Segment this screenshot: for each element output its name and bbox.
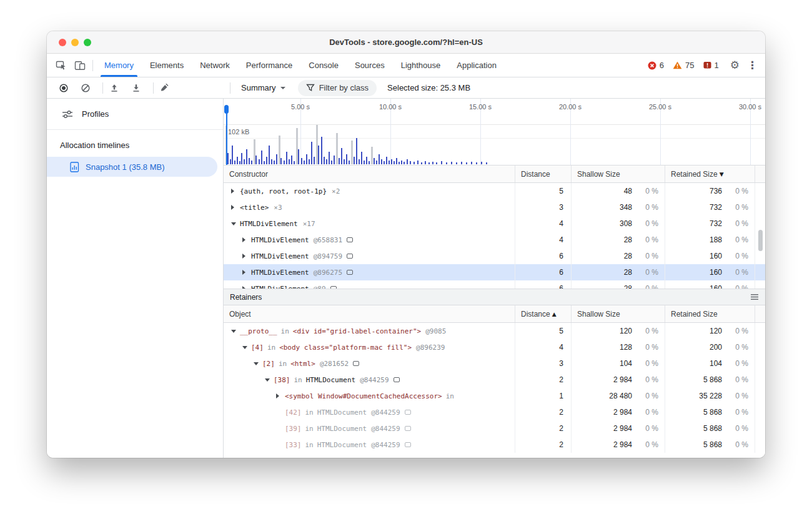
- reveal-node-icon[interactable]: [347, 254, 353, 259]
- reveal-node-icon[interactable]: [394, 377, 400, 382]
- more-options-kebab-icon[interactable]: ⋮: [747, 60, 758, 71]
- chevron-down-icon[interactable]: [242, 346, 247, 349]
- reveal-node-icon[interactable]: [405, 410, 411, 415]
- console-warnings-badge[interactable]: 75: [673, 61, 694, 70]
- clear-profiles-button[interactable]: [77, 80, 94, 96]
- reveal-node-icon[interactable]: [353, 361, 359, 366]
- perspective-select[interactable]: Summary: [241, 83, 285, 92]
- zoom-window-button[interactable]: [84, 39, 91, 46]
- reveal-node-icon[interactable]: [405, 426, 411, 431]
- timeline-bar: [271, 159, 272, 164]
- constructor-row[interactable]: <title>×333480 %7320 %: [224, 199, 765, 215]
- chevron-right-icon[interactable]: [242, 254, 245, 259]
- expand-toggle[interactable]: [231, 205, 240, 210]
- chevron-right-icon[interactable]: [231, 189, 234, 194]
- constructor-row[interactable]: HTMLDivElement@6588314280 %1880 %: [224, 232, 765, 248]
- tab-elements[interactable]: Elements: [142, 54, 192, 77]
- sort-asc-icon: ▲: [552, 311, 557, 317]
- retainer-row[interactable]: [38]inHTMLDocument@84425922 9840 %5 8680…: [224, 372, 765, 388]
- selection-handle-line[interactable]: [226, 106, 227, 165]
- tree-cell: [33]inHTMLDocument@844259: [224, 437, 515, 453]
- reveal-node-icon[interactable]: [347, 237, 353, 242]
- size-percent: 0 %: [726, 408, 755, 417]
- chevron-right-icon[interactable]: [231, 205, 234, 210]
- chevron-right-icon[interactable]: [242, 237, 245, 242]
- expand-toggle[interactable]: [242, 254, 251, 259]
- expand-toggle[interactable]: [265, 378, 274, 382]
- retainer-row[interactable]: [39]inHTMLDocument@84425922 9840 %5 8680…: [224, 420, 765, 437]
- timeline-bar: [381, 159, 382, 164]
- retaining-edge-name: [4]: [251, 344, 264, 352]
- inspect-element-button[interactable]: [52, 57, 71, 74]
- tab-sources[interactable]: Sources: [347, 54, 393, 77]
- tab-memory[interactable]: Memory: [96, 54, 142, 77]
- tab-application[interactable]: Application: [448, 54, 505, 77]
- expand-toggle[interactable]: [242, 270, 251, 275]
- minimize-window-button[interactable]: [71, 39, 79, 46]
- size-percent: 0 %: [726, 203, 755, 212]
- expand-toggle[interactable]: [242, 237, 251, 242]
- constructor-row[interactable]: HTMLDivElement@8962756280 %1600 %: [224, 264, 765, 280]
- close-window-button[interactable]: [59, 39, 66, 46]
- distance-column-header[interactable]: Distance: [515, 166, 571, 182]
- retainer-row[interactable]: __proto__in<div id="grid-label-container…: [224, 323, 765, 339]
- save-profile-button[interactable]: [128, 80, 144, 96]
- vertical-scrollbar-thumb[interactable]: [758, 230, 763, 251]
- chevron-down-icon[interactable]: [231, 330, 236, 333]
- chevron-right-icon[interactable]: [242, 286, 245, 289]
- retainer-row[interactable]: [33]inHTMLDocument@84425922 9840 %5 8680…: [224, 437, 765, 453]
- size-cell: 2 9840 %: [571, 372, 665, 388]
- retainer-row[interactable]: [4]in<body class="platform-mac fill">@89…: [224, 339, 765, 355]
- class-filter-input[interactable]: Filter by class: [298, 80, 377, 96]
- tab-lighthouse[interactable]: Lighthouse: [393, 54, 449, 77]
- retainer-row[interactable]: [42]inHTMLDocument@84425922 9840 %5 8680…: [224, 404, 765, 420]
- retainer-row[interactable]: [2]in<html>@28165231040 %1040 %: [224, 355, 765, 372]
- retainers-retained-column-header[interactable]: Retained Size: [665, 305, 755, 322]
- sidebar-item-snapshot-1[interactable]: Snapshot 1 (35.8 MB): [47, 157, 217, 177]
- issue-count: 1: [715, 61, 719, 70]
- object-column-header[interactable]: Object: [224, 305, 515, 322]
- constructor-row[interactable]: HTMLDivElement×1743080 %7320 %: [224, 215, 765, 232]
- retained-size-column-header[interactable]: Retained Size ▼: [665, 166, 755, 182]
- tab-network[interactable]: Network: [192, 54, 238, 77]
- constructor-column-header[interactable]: Constructor: [224, 166, 515, 182]
- reveal-node-icon[interactable]: [330, 286, 337, 289]
- retainer-row[interactable]: <symbol Window#DocumentCachedAccessor>in…: [224, 388, 765, 404]
- retaining-object-name: <html>: [290, 360, 315, 368]
- expand-toggle[interactable]: [254, 362, 262, 365]
- constructor-row[interactable]: HTMLDivElement@896280 %1600 %: [224, 280, 765, 289]
- chevron-down-icon[interactable]: [231, 222, 236, 225]
- timeline-bar: [259, 159, 260, 164]
- tab-performance[interactable]: Performance: [238, 54, 300, 77]
- issues-badge[interactable]: 1: [703, 61, 719, 70]
- chevron-right-icon[interactable]: [242, 270, 245, 275]
- expand-toggle[interactable]: [276, 393, 285, 398]
- retainers-menu-icon[interactable]: [750, 294, 759, 300]
- settings-gear-icon[interactable]: ⚙: [730, 60, 740, 71]
- constructor-row[interactable]: {auth, root, root-1p}×25480 %7360 %: [224, 183, 765, 199]
- chevron-down-icon[interactable]: [265, 378, 270, 382]
- expand-toggle[interactable]: [242, 286, 251, 289]
- expand-toggle[interactable]: [242, 346, 251, 349]
- expand-toggle[interactable]: [231, 222, 240, 225]
- console-errors-badge[interactable]: 6: [648, 61, 664, 70]
- chevron-down-icon[interactable]: [254, 362, 259, 365]
- chevron-right-icon[interactable]: [276, 393, 279, 398]
- tab-console[interactable]: Console: [300, 54, 347, 77]
- expand-toggle[interactable]: [231, 189, 240, 194]
- shallow-size-column-header[interactable]: Shallow Size: [571, 166, 665, 182]
- device-toolbar-button[interactable]: [71, 57, 89, 74]
- constructor-row[interactable]: HTMLDivElement@8947596280 %1600 %: [224, 248, 765, 264]
- retainers-shallow-column-header[interactable]: Shallow Size: [571, 305, 665, 322]
- allocation-timeline-overview[interactable]: 102 kB 5.00 s10.00 s15.00 s20.00 s25.00 …: [224, 99, 765, 166]
- load-profile-button[interactable]: [106, 80, 122, 96]
- reveal-node-icon[interactable]: [347, 270, 353, 275]
- retainers-distance-column-header[interactable]: Distance ▲: [515, 305, 571, 322]
- distance-value: 5: [515, 183, 571, 199]
- garbage-collect-button[interactable]: [157, 80, 173, 96]
- reveal-node-icon[interactable]: [405, 442, 411, 447]
- record-heap-button[interactable]: [56, 80, 72, 96]
- expand-toggle[interactable]: [231, 330, 240, 333]
- timeline-bar: [334, 156, 335, 164]
- object-id: @844259: [371, 425, 400, 433]
